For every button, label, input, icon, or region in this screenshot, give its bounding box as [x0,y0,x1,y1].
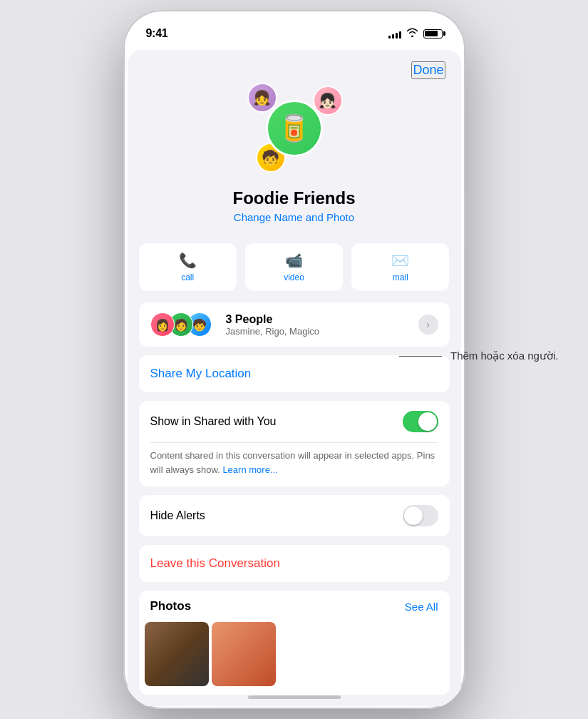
photos-title: Photos [150,599,192,613]
people-expand-button[interactable]: › [418,315,438,335]
action-buttons-row: 📞 call 📹 video ✉️ mail [139,243,450,291]
video-button[interactable]: 📹 video [245,243,343,291]
see-all-button[interactable]: See All [405,601,438,613]
shared-with-you-toggle-row: Show in Shared with You [139,401,450,442]
callout-line [399,356,442,357]
avatar-cluster: 👧 👧🏻 🧒 🥫 [244,78,344,178]
status-bar: 9:41 [123,10,465,47]
avatar-main: 🥫 [266,100,323,157]
change-name-link[interactable]: Change Name and Photo [234,211,354,223]
call-icon: 📞 [179,252,197,269]
mail-label: mail [393,272,408,282]
shared-with-you-card: Show in Shared with You Content shared i… [139,401,450,486]
mail-button[interactable]: ✉️ mail [351,243,449,291]
shared-with-you-description: Content shared in this conversation will… [139,443,450,486]
avatar-section: 👧 👧🏻 🧒 🥫 Foodie Friends [128,50,461,232]
people-avatars: 👩 🧑 🧒 [150,312,212,337]
annotation-callout: Thêm hoặc xóa người. [399,350,558,362]
people-names: Jasmine, Rigo, Magico [226,326,418,337]
call-label: call [181,272,194,282]
call-button[interactable]: 📞 call [139,243,237,291]
photo-thumbnail-2[interactable] [212,622,276,686]
battery-icon [423,29,443,39]
photos-strip [139,622,450,695]
signal-icon [388,29,401,39]
home-indicator [248,695,341,699]
status-time: 9:41 [146,27,168,40]
photos-card: Photos See All [139,591,450,695]
people-card: 👩 🧑 🧒 3 People Jasmine, Rigo, Magico [139,302,450,347]
mail-icon: ✉️ [391,252,409,269]
video-label: video [284,272,304,282]
leave-card-inner: Leave this Conversation [139,545,450,582]
people-row: 👩 🧑 🧒 3 People Jasmine, Rigo, Magico [139,302,450,347]
status-icons [388,28,443,39]
person-avatar-1: 👩 [150,312,175,337]
annotation-text: Thêm hoặc xóa người. [450,350,558,362]
shared-with-you-toggle[interactable] [403,411,438,432]
video-icon: 📹 [285,252,303,269]
group-name: Foodie Friends [232,188,355,208]
done-button[interactable]: Done [411,61,445,79]
people-info: 3 People Jasmine, Rigo, Magico [226,313,418,337]
people-count: 3 People [226,313,418,326]
toggle-knob-off [404,506,423,525]
avatar-top-left: 👧 [247,83,277,113]
photos-header: Photos See All [139,591,450,622]
photo-thumbnail-1[interactable] [145,622,209,686]
shared-with-you-label: Show in Shared with You [150,415,277,428]
side-button [465,195,465,242]
leave-conversation-text[interactable]: Leave this Conversation [150,556,280,570]
toggle-knob-on [418,412,437,431]
leave-conversation-card[interactable]: Leave this Conversation [139,545,450,582]
detail-sheet: Done 👧 👧🏻 🧒 [128,50,461,706]
learn-more-link[interactable]: Learn more... [222,464,277,475]
hide-alerts-label: Hide Alerts [150,509,205,522]
hide-alerts-row: Hide Alerts [139,495,450,536]
wifi-icon [406,28,418,39]
hide-alerts-card: Hide Alerts [139,495,450,536]
hide-alerts-toggle[interactable] [403,505,438,526]
share-location-text[interactable]: Share My Location [150,367,252,380]
